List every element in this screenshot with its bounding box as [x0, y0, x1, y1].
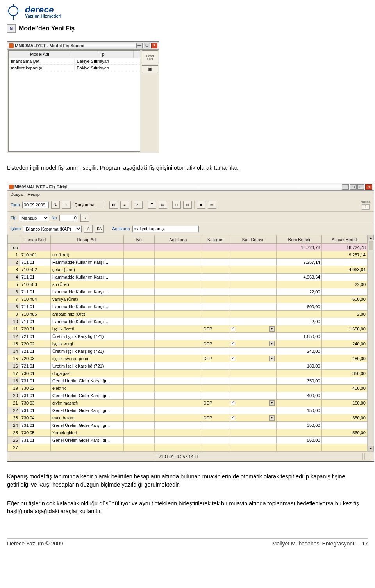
- fis-grid[interactable]: Hesap Kod Hesap Adı No Açıklama Kategori…: [7, 235, 368, 451]
- table-row[interactable]: 17730 01doğalgaz350,00: [8, 370, 368, 377]
- table-row[interactable]: 1710 h01un (Üret)9.257,14: [8, 251, 368, 259]
- table-row[interactable]: 22731 01Genel Üretim Gider Karşılığı...1…: [8, 407, 368, 414]
- checkbox-icon[interactable]: [231, 327, 235, 331]
- sort-button[interactable]: 2↓: [134, 201, 143, 209]
- table-row[interactable]: 10711 01Hammadde Kullanım Karşılı...2,00: [8, 318, 368, 325]
- list-item[interactable]: maliyet kapanışı Bakiye Sıfırlayan: [9, 65, 140, 71]
- export-button[interactable]: ▣: [142, 65, 158, 73]
- tarih-spin-icon[interactable]: ⇅: [51, 201, 60, 209]
- list-item[interactable]: finansalmaliyet Bakiye Sıfırlayan: [9, 58, 140, 65]
- dropdown-icon[interactable]: ▾: [269, 341, 275, 346]
- table-row[interactable]: 15720 03işçilik işveren primiDEP▾180,00: [8, 355, 368, 362]
- table-row[interactable]: 25730 05Yemek gideri560,00: [8, 429, 368, 437]
- checkbox-icon[interactable]: [231, 401, 235, 405]
- table-row[interactable]: 19730 02elektrik400,00: [8, 385, 368, 392]
- close-button[interactable]: ✕: [365, 184, 372, 190]
- scroll-up-icon[interactable]: ▲: [368, 235, 374, 240]
- scroll-down-icon[interactable]: ▼: [368, 446, 374, 451]
- scroll-thumb[interactable]: [369, 241, 373, 250]
- dropdown-icon[interactable]: ▾: [269, 326, 275, 332]
- window-title: MM09MALIYET - Model Fiş Seçimi: [15, 43, 135, 48]
- tool-btn-6[interactable]: ▥: [183, 201, 192, 209]
- tool-btn-7[interactable]: ■: [197, 201, 205, 209]
- vertical-scrollbar[interactable]: ▲ ▼: [368, 235, 374, 451]
- tool-btn-8[interactable]: ▭: [208, 201, 216, 209]
- table-row[interactable]: 4711 01Hammadde Kullanım Karşılı...4.963…: [8, 274, 368, 281]
- maximize-button[interactable]: ▢: [357, 184, 364, 190]
- table-row[interactable]: 16721 01Üretim İşçilik Karşılığı(721)180…: [8, 362, 368, 370]
- paragraph-1: Listeden ilgili model fiş tanımı seçilir…: [7, 164, 368, 172]
- col-alacak[interactable]: Alacak Bedeli: [322, 235, 368, 244]
- fis-girisi-window: MM09MALIYET - Fiş Girişi — ▢ ▢ ✕ Dosya H…: [7, 183, 374, 462]
- table-row[interactable]: 5710 h03su (Üret)22,00: [8, 281, 368, 288]
- tool-btn-1[interactable]: ◧: [109, 201, 118, 209]
- table-row[interactable]: 23730 04mak. bakımDEP▾350,00: [8, 414, 368, 422]
- col-kategori[interactable]: Kategori: [202, 235, 229, 244]
- col-hesap-kod[interactable]: Hesap Kod: [20, 235, 50, 244]
- table-row[interactable]: 26731 01Genel Üretim Gider Karşılığı...5…: [8, 437, 368, 444]
- islem-a-button[interactable]: A: [84, 225, 93, 233]
- window-title: MM09MALIYET - Fiş Girişi: [14, 185, 341, 189]
- col-model-adi[interactable]: Model Adı: [9, 51, 71, 58]
- table-row[interactable]: 8711 01Hammadde Kullanım Karşılı...600,0…: [8, 303, 368, 311]
- tarih-t-button[interactable]: T: [62, 201, 71, 209]
- table-row[interactable]: 12721 01Üretim İşçilik Karşılığı(721)1.6…: [8, 333, 368, 340]
- islem-select[interactable]: Bilanço Kapatma (KAP): [23, 226, 82, 232]
- aciklama-input[interactable]: [132, 226, 199, 232]
- status-cell-main: 710 h01: 9.257,14 TL: [156, 453, 363, 460]
- label-tarih: Tarih: [11, 203, 20, 207]
- table-row[interactable]: 21730 03giyim masrafıDEP▾150,00: [8, 400, 368, 407]
- status-cell-resize: [364, 453, 371, 460]
- logo-icon: [7, 4, 23, 20]
- maximize-button[interactable]: ▢: [144, 43, 150, 48]
- footer-left: Derece Yazılım © 2009: [7, 540, 63, 547]
- model-list[interactable]: Model Adı Tipi finansalmaliyet Bakiye Sı…: [8, 50, 140, 152]
- menu-hesap[interactable]: Hesap: [27, 192, 40, 197]
- table-row[interactable]: 9710 h05ambala mlz (Üret)2,00: [8, 311, 368, 318]
- col-rownum[interactable]: [8, 235, 20, 244]
- brand-name: derece: [25, 5, 61, 14]
- col-hesap-adi[interactable]: Hesap Adı: [50, 235, 123, 244]
- table-row[interactable]: 27: [8, 444, 368, 451]
- footer-right: Maliyet Muhasebesi Entegrasyonu – 17: [272, 540, 368, 547]
- genel-filtre-button[interactable]: GenelFiltre: [142, 50, 158, 64]
- table-row[interactable]: 14721 01Üretim İşçilik Karşılığı(721)240…: [8, 348, 368, 355]
- table-row[interactable]: 11720 01işçilik ücretiDEP▾1.650,00: [8, 325, 368, 333]
- tool-btn-3[interactable]: ≣: [148, 201, 156, 209]
- dropdown-icon[interactable]: ▾: [269, 356, 275, 361]
- islem-ka-button[interactable]: KA: [95, 225, 104, 233]
- minimize-button[interactable]: —: [136, 43, 143, 48]
- tarih-input[interactable]: [22, 202, 49, 208]
- dropdown-icon[interactable]: ▾: [269, 400, 275, 406]
- label-aciklama: Açıklama: [112, 226, 130, 231]
- paragraph-2: Kapanış model fiş tanımında kebir olarak…: [7, 473, 368, 489]
- no-d-button[interactable]: D: [80, 214, 89, 222]
- status-cell-1: [10, 453, 154, 460]
- table-row[interactable]: 7710 h04vanilya (Üret)600,00: [8, 296, 368, 303]
- tool-btn-5[interactable]: □: [172, 201, 181, 209]
- table-row[interactable]: 13720 02işçilik vergiDEP▾240,00: [8, 340, 368, 348]
- col-aciklama[interactable]: Açıklama: [154, 235, 202, 244]
- table-row[interactable]: 3710 h02şeker (Üret)4.963,64: [8, 266, 368, 274]
- minimize-button[interactable]: —: [342, 184, 349, 190]
- tip-select[interactable]: Mahsup: [19, 215, 49, 221]
- table-row[interactable]: 18731 01Genel Üretim Gider Karşılığı...3…: [8, 377, 368, 385]
- tool-btn-4[interactable]: ▤: [159, 201, 167, 209]
- checkbox-icon[interactable]: [231, 416, 235, 420]
- table-row[interactable]: 24731 01Genel Üretim Gider Karşılığı...3…: [8, 422, 368, 429]
- col-no[interactable]: No: [123, 235, 154, 244]
- restore-button[interactable]: ▢: [350, 184, 357, 190]
- col-kat-detayi[interactable]: Kat. Detayı: [229, 235, 277, 244]
- checkbox-icon[interactable]: [231, 357, 235, 361]
- checkbox-icon[interactable]: [231, 342, 235, 346]
- menu-dosya[interactable]: Dosya: [11, 192, 23, 197]
- table-row[interactable]: 2711 01Hammadde Kullanım Karşılı...9.257…: [8, 259, 368, 266]
- table-row[interactable]: 20731 01Genel Üretim Gider Karşılığı...4…: [8, 392, 368, 400]
- col-tipi[interactable]: Tipi: [71, 51, 134, 58]
- dropdown-icon[interactable]: ▾: [269, 415, 275, 421]
- no-input[interactable]: [59, 215, 78, 221]
- tool-btn-2[interactable]: ≡: [120, 201, 129, 209]
- col-borc[interactable]: Borç Bedeli: [276, 235, 321, 244]
- table-row[interactable]: 6711 01Hammadde Kullanım Karşılı...22,00: [8, 288, 368, 296]
- close-button[interactable]: ✕: [151, 43, 157, 48]
